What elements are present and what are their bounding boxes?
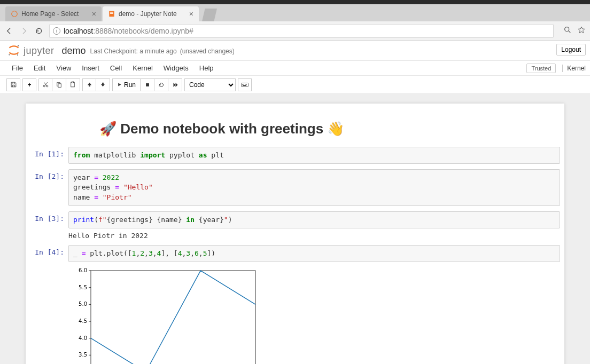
menubar: File Edit View Insert Cell Kernel Widget…: [0, 61, 590, 76]
trusted-indicator[interactable]: Trusted: [526, 64, 556, 73]
restart-run-all-button[interactable]: [168, 78, 182, 91]
tab-title: Home Page - Select: [21, 10, 89, 18]
svg-point-10: [17, 54, 18, 56]
input-prompt: In [2]:: [30, 169, 68, 206]
tab-title: demo - Jupyter Note: [119, 10, 186, 18]
jupyter-header: jupyter demo Last Checkpoint: a minute a…: [0, 41, 590, 61]
unsaved-status: (unsaved changes): [180, 48, 235, 55]
svg-rect-20: [102, 83, 104, 84]
notebook: 🚀 Demo notebook with greetings 👋 In [1]:…: [26, 104, 564, 364]
cell-4[interactable]: In [4]: _ = plt.plot([1,2,3,4], [4,3,6,5…: [30, 245, 560, 364]
svg-rect-27: [243, 85, 246, 86]
menu-file[interactable]: File: [6, 62, 28, 74]
jupyter-logo-icon: [6, 43, 21, 59]
svg-rect-18: [72, 82, 73, 83]
svg-rect-22: [242, 83, 249, 86]
close-icon[interactable]: ×: [189, 10, 193, 18]
svg-text:4.5: 4.5: [79, 318, 87, 324]
jupyter-logo-text: jupyter: [24, 45, 55, 57]
logout-button[interactable]: Logout: [556, 44, 586, 56]
jupyter-logo[interactable]: jupyter: [6, 43, 55, 59]
menu-widgets[interactable]: Widgets: [158, 62, 194, 74]
svg-point-8: [18, 45, 19, 46]
info-icon[interactable]: i: [53, 27, 60, 35]
svg-text:6.0: 6.0: [79, 267, 87, 273]
add-cell-button[interactable]: +: [22, 78, 36, 91]
cell-type-select[interactable]: Code: [184, 78, 236, 91]
svg-rect-25: [245, 84, 246, 85]
svg-rect-21: [146, 83, 149, 86]
move-down-button[interactable]: [96, 78, 110, 91]
notebook-icon: [108, 10, 115, 18]
svg-line-7: [569, 31, 570, 33]
zoom-icon[interactable]: [563, 26, 572, 36]
paste-button[interactable]: [66, 78, 80, 91]
svg-rect-5: [110, 13, 113, 14]
input-prompt: In [4]:: [30, 245, 68, 364]
address-bar: i localhost:8888/notebooks/demo.ipynb#: [0, 21, 590, 41]
menu-cell[interactable]: Cell: [105, 62, 127, 74]
jupyter-icon: [11, 10, 18, 18]
svg-rect-24: [244, 84, 245, 85]
url-input[interactable]: i localhost:8888/notebooks/demo.ipynb#: [49, 24, 554, 38]
cell-1[interactable]: In [1]: from matplotlib import pyplot as…: [30, 147, 560, 164]
chart-output: 3.03.54.04.55.05.56.0: [68, 265, 560, 364]
svg-rect-19: [89, 85, 90, 86]
menu-insert[interactable]: Insert: [76, 62, 105, 74]
cell-3[interactable]: In [3]: print(f"{greetings} {name} in {y…: [30, 211, 560, 240]
url-text: localhost:8888/notebooks/demo.ipynb#: [64, 27, 193, 35]
code-input[interactable]: year = 2022 greetings = "Hello" name = "…: [68, 169, 560, 206]
cut-button[interactable]: [38, 78, 52, 91]
back-button[interactable]: [4, 26, 14, 36]
code-input[interactable]: print(f"{greetings} {name} in {year}"): [68, 211, 560, 228]
kernel-name[interactable]: Kernel: [562, 65, 586, 72]
checkpoint-status: Last Checkpoint: a minute ago: [90, 48, 177, 55]
run-label: Run: [124, 81, 136, 89]
browser-tab-demo[interactable]: demo - Jupyter Note ×: [103, 6, 199, 21]
svg-point-6: [565, 27, 569, 31]
copy-button[interactable]: [52, 78, 66, 91]
notebook-name[interactable]: demo: [62, 45, 86, 57]
close-icon[interactable]: ×: [92, 10, 96, 18]
notebook-title-heading: 🚀 Demo notebook with greetings 👋: [99, 121, 560, 137]
code-input[interactable]: _ = plt.plot([1,2,3,4], [4,3,6,5]): [68, 245, 560, 262]
svg-text:5.0: 5.0: [79, 301, 87, 307]
cell-2[interactable]: In [2]: year = 2022 greetings = "Hello" …: [30, 169, 560, 206]
menu-edit[interactable]: Edit: [28, 62, 51, 74]
interrupt-button[interactable]: [141, 78, 154, 91]
svg-point-9: [9, 54, 10, 56]
star-icon[interactable]: [577, 26, 586, 36]
play-icon: [117, 82, 122, 87]
svg-rect-26: [246, 84, 247, 85]
browser-tab-home[interactable]: Home Page - Select ×: [5, 6, 102, 21]
toolbar: + Run: [0, 76, 590, 94]
reload-button[interactable]: [34, 26, 44, 36]
svg-point-1: [16, 12, 17, 13]
code-input[interactable]: from matplotlib import pyplot as plt: [68, 147, 560, 164]
svg-rect-4: [110, 12, 113, 13]
menu-kernel[interactable]: Kernel: [127, 62, 158, 74]
tab-strip: Home Page - Select × demo - Jupyter Note…: [0, 4, 590, 21]
output-text: Hello Piotr in 2022: [68, 228, 560, 240]
restart-button[interactable]: [154, 78, 168, 91]
move-up-button[interactable]: [82, 78, 96, 91]
svg-text:4.0: 4.0: [79, 335, 87, 341]
svg-point-2: [12, 15, 13, 17]
svg-rect-16: [58, 84, 61, 88]
new-tab-button[interactable]: [202, 9, 217, 21]
command-palette-button[interactable]: [238, 78, 252, 91]
input-prompt: In [3]:: [30, 211, 68, 240]
svg-rect-28: [91, 271, 255, 364]
menu-view[interactable]: View: [51, 62, 76, 74]
save-button[interactable]: [6, 78, 20, 91]
menu-help[interactable]: Help: [194, 62, 219, 74]
input-prompt: In [1]:: [30, 147, 68, 164]
svg-text:3.5: 3.5: [79, 352, 87, 358]
run-button[interactable]: Run: [112, 78, 141, 91]
forward-button[interactable]: [19, 26, 29, 36]
svg-text:5.5: 5.5: [79, 284, 87, 290]
svg-rect-23: [242, 84, 243, 85]
